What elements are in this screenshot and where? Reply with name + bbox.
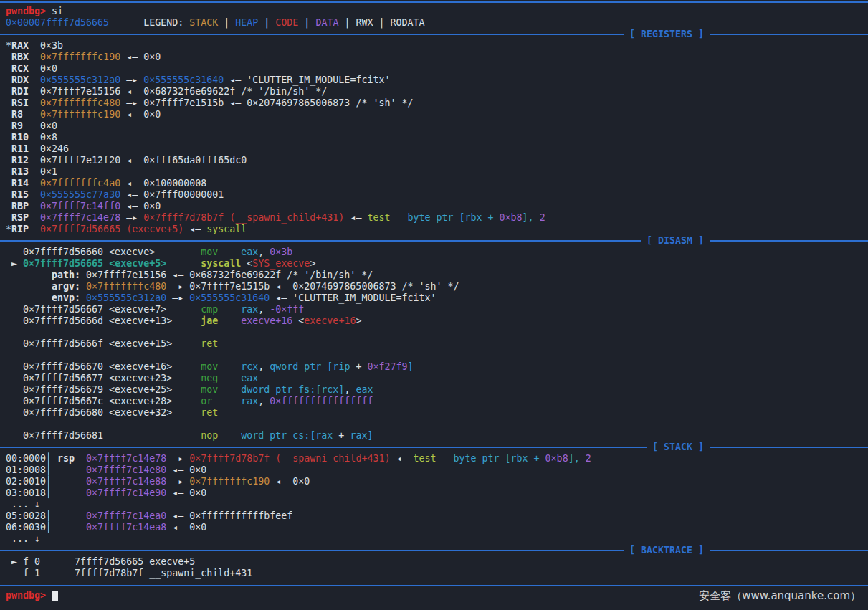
text-segment: R15 [11,189,29,200]
stack-skip-marker: ... ↓ [0,499,868,510]
text-segment [6,63,11,74]
text-segment: —▸ [166,476,189,487]
text-segment: 0×7ffff7d56681 [6,430,103,441]
text-segment [29,97,40,108]
text-segment: 0×0 [143,201,161,211]
stack-row-02: 02:0010│ 0×7ffff7c14e88 —▸ 0×7fffffffc19… [0,476,868,487]
text-segment: 0×7ffff7e15156 [86,270,166,280]
text-segment: —▸ [166,281,189,292]
text-segment: ◂— [183,224,206,234]
text-segment: path: [52,270,80,280]
text-segment: ◂— [224,75,247,85]
text-segment [23,109,40,120]
register-rax: *RAX 0×3b [0,40,868,52]
text-segment [80,281,86,292]
text-segment: 0×7ffff7c14e80 [86,464,166,475]
register-r14: R14 0×7fffffffc4a0 ◂— 0×100000008 [0,178,868,189]
text-segment [40,556,75,567]
register-rcx: RCX 0×0 [0,63,868,75]
text-segment: 0×7ffff7c14ea0 [86,510,166,521]
text-segment [390,212,407,223]
text-segment: —▸ [166,292,189,303]
disasm-execve-16: 0×7ffff7d56670 <execve+16> mov rcx, qwor… [0,361,868,373]
stack-row-01: 01:0008│ 0×7ffff7c14e80 ◂— 0×0 [0,464,868,476]
text-segment [80,270,86,280]
text-segment [40,568,75,578]
text-segment: R8 [11,109,23,120]
text-segment: * [6,40,11,51]
text-segment: f 0 [23,556,40,567]
text-segment: 0×555555c31640 [189,292,270,303]
text-segment: 0×7ffff7c14ea8 [86,522,166,533]
text-segment: —▸ [120,97,143,108]
text-segment: byte ptr [rbx + [407,212,499,223]
text-segment: —▸ [120,75,143,85]
text-segment: 0×00007ffff7d56665 [6,17,109,28]
disasm-nop: 0×7ffff7d56681 nop word ptr cs:[rax + ra… [0,430,868,442]
text-segment: , [258,396,270,406]
text-segment: ◂— [120,201,143,211]
text-segment: | [218,17,235,28]
text-segment: 0×2074697865006873 /* 'sh' */ [247,97,413,108]
text-segment: │ [46,464,86,475]
text-segment: argv: [52,281,80,292]
disasm-execve-5-current: ► 0×7ffff7d56665 <execve+5> syscall <SYS… [0,258,868,270]
text-segment: ◂— [166,510,189,521]
disasm-annotation-argv: argv: 0×7fffffffc480 —▸ 0×7ffff7e1515b ◂… [0,281,868,292]
text-segment [218,361,241,372]
text-segment: 0×0 [189,487,206,498]
register-r10: R10 0×8 [0,132,868,143]
text-segment: R10 [11,132,29,143]
disasm-execve-7: 0×7ffff7d56667 <execve+7> cmp rax, -0×ff… [0,304,868,315]
text-segment: 00:0000 [6,453,46,464]
text-segment: ◂— [224,97,247,108]
text-segment: 0×7fffffffc480 [40,97,120,108]
text-segment: 01:0008 [6,464,46,475]
text-segment [6,292,52,303]
text-segment [29,86,40,97]
text-segment [6,201,11,211]
backtrace-frame-1: f 1 7ffff7d78b7f __spawni_child+431 [0,568,868,579]
terminal-cursor[interactable] [52,591,58,601]
text-segment: RBP [11,201,29,211]
stack-skip-marker: ... ↓ [0,533,868,545]
text-segment [29,63,40,74]
text-segment: 0×7ffff7d56665 <execve+5> [23,258,166,269]
pwndbg-terminal: pwndbg> si0×00007ffff7d56665 LEGEND: STA… [0,0,868,610]
text-segment: 0×8 [40,132,57,143]
section-label: [ STACK ] [647,442,710,453]
text-segment: ◂— [120,189,143,200]
text-segment [29,155,40,166]
text-segment: 0×fff65da0fff65dc0 [143,155,247,166]
text-segment: ► [6,556,23,567]
text-segment: R9 [11,120,23,131]
text-segment [6,189,11,200]
text-segment: 0×0 [40,63,57,74]
text-segment: 0×0 [189,522,206,533]
text-segment: 0×7ffff7d5666d <execve+13> [6,315,172,326]
text-segment: RDI [11,86,29,97]
text-segment: 0×555555c312a0 [86,292,166,303]
text-segment: 0×0 [189,464,206,475]
register-r9: R9 0×0 [0,120,868,132]
text-segment: neg [201,373,218,383]
text-segment: ◂— [270,292,292,303]
register-r8: R8 0×7fffffffc190 ◂— 0×0 [0,109,868,120]
spacer [0,579,868,585]
text-segment [29,224,40,234]
text-segment [166,258,201,269]
text-segment: 05:0028 [6,510,46,521]
blank-line [0,419,868,430]
text-segment [29,143,40,154]
text-segment [29,75,40,85]
text-segment: * [6,224,11,234]
text-segment: 0×7ffff7c14e90 [86,487,166,498]
text-segment: | [373,17,390,28]
disasm-annotation-envp: envp: 0×555555c312a0 —▸ 0×555555c31640 ◂… [0,292,868,304]
text-segment: , [344,384,356,395]
text-segment [6,568,23,578]
prompt-line-top: pwndbg> si [0,6,868,17]
text-segment: 0×7ffff7d78b7f (__spawni_child+431) [189,453,390,464]
text-segment: 0×7ffff7d56665 (execve+5) [40,224,183,234]
prompt-row[interactable]: pwndbg> 安全客（www.anquanke.com） [0,589,868,602]
